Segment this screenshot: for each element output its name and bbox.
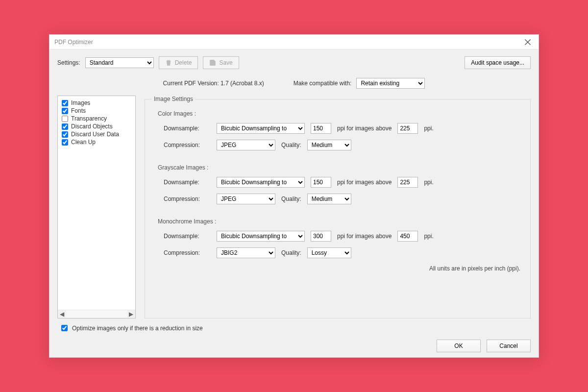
pdf-optimizer-dialog: PDF Optimizer Settings: Standard Delete … bbox=[49, 34, 539, 358]
delete-button[interactable]: Delete bbox=[159, 56, 198, 69]
above-label: ppi for images above bbox=[337, 179, 392, 186]
color-above-ppi-input[interactable] bbox=[397, 123, 418, 134]
category-item-discard-objects[interactable]: Discard Objects bbox=[60, 122, 133, 130]
scroll-track[interactable] bbox=[66, 310, 127, 318]
gray-above-ppi-input[interactable] bbox=[397, 177, 418, 188]
category-check-discard-objects[interactable] bbox=[62, 123, 68, 130]
scroll-left-icon[interactable]: ◀ bbox=[58, 310, 66, 318]
category-check-discard-user-data[interactable] bbox=[62, 131, 68, 138]
version-row: Current PDF Version: 1.7 (Acrobat 8.x) M… bbox=[57, 78, 531, 89]
above-label: ppi for images above bbox=[337, 125, 392, 132]
window-title: PDF Optimizer bbox=[54, 39, 93, 46]
ppi-suffix: ppi. bbox=[424, 179, 433, 186]
color-compression-row: Compression: JPEG Quality: Medium bbox=[164, 140, 523, 150]
settings-row: Settings: Standard Delete Save Audit spa… bbox=[57, 56, 531, 69]
category-scrollbar[interactable]: ◀ ▶ bbox=[58, 310, 135, 318]
dialog-body: Images Fonts Transparency Discard Object… bbox=[57, 96, 531, 318]
color-downsample-row: Downsample: Bicubic Downsampling to ppi … bbox=[164, 123, 523, 134]
quality-label: Quality: bbox=[281, 249, 301, 256]
cancel-button[interactable]: Cancel bbox=[487, 340, 531, 352]
category-item-discard-user-data[interactable]: Discard User Data bbox=[60, 130, 133, 138]
titlebar: PDF Optimizer bbox=[49, 35, 539, 49]
save-button-label: Save bbox=[219, 59, 232, 66]
mono-above-ppi-input[interactable] bbox=[397, 231, 418, 242]
optimize-only-reduction-label: Optimize images only if there is a reduc… bbox=[72, 325, 203, 332]
category-item-transparency[interactable]: Transparency bbox=[60, 115, 133, 122]
save-icon bbox=[209, 59, 216, 66]
compression-label: Compression: bbox=[164, 196, 211, 202]
ppi-suffix: ppi. bbox=[424, 125, 433, 132]
mono-downsample-row: Downsample: Bicubic Downsampling to ppi … bbox=[164, 231, 523, 242]
gray-compression-row: Compression: JPEG Quality: Medium bbox=[164, 194, 523, 204]
color-compression-select[interactable]: JPEG bbox=[217, 140, 275, 150]
color-downsample-select[interactable]: Bicubic Downsampling to bbox=[217, 123, 305, 134]
save-button[interactable]: Save bbox=[203, 56, 239, 69]
category-item-images[interactable]: Images bbox=[60, 99, 133, 107]
mono-quality-select[interactable]: Lossy bbox=[307, 247, 351, 258]
dialog-content: Settings: Standard Delete Save Audit spa… bbox=[49, 49, 539, 357]
ppi-suffix: ppi. bbox=[424, 233, 433, 240]
category-label: Discard User Data bbox=[71, 131, 119, 138]
svg-rect-5 bbox=[211, 63, 215, 65]
category-label: Discard Objects bbox=[71, 123, 113, 130]
category-label: Clean Up bbox=[71, 139, 96, 146]
downsample-label: Downsample: bbox=[164, 179, 211, 186]
gray-compression-select[interactable]: JPEG bbox=[217, 194, 275, 204]
svg-rect-4 bbox=[212, 60, 214, 62]
compression-label: Compression: bbox=[164, 249, 211, 256]
panel-legend: Image Settings bbox=[152, 96, 195, 102]
mono-compression-select[interactable]: JBIG2 bbox=[217, 247, 275, 258]
image-settings-panel: Image Settings Color Images : Downsample… bbox=[145, 96, 531, 318]
above-label: ppi for images above bbox=[337, 233, 392, 240]
quality-label: Quality: bbox=[281, 142, 301, 148]
mono-ppi-input[interactable] bbox=[311, 231, 331, 242]
grayscale-images-title: Grayscale Images : bbox=[158, 164, 523, 171]
close-button[interactable] bbox=[517, 35, 539, 49]
audit-space-button[interactable]: Audit space usage... bbox=[465, 56, 531, 69]
category-label: Transparency bbox=[71, 115, 107, 122]
dialog-footer: OK Cancel bbox=[57, 333, 531, 352]
optimize-only-reduction-input[interactable] bbox=[61, 325, 68, 331]
gray-quality-select[interactable]: Medium bbox=[307, 194, 351, 204]
ok-button[interactable]: OK bbox=[437, 340, 481, 352]
gray-downsample-row: Downsample: Bicubic Downsampling to ppi … bbox=[164, 177, 523, 188]
color-quality-select[interactable]: Medium bbox=[307, 140, 351, 150]
mono-downsample-select[interactable]: Bicubic Downsampling to bbox=[217, 231, 305, 242]
ok-button-label: OK bbox=[454, 343, 463, 349]
category-label: Images bbox=[71, 99, 90, 106]
monochrome-images-title: Monochrome Images : bbox=[158, 218, 523, 225]
category-check-fonts[interactable] bbox=[62, 108, 68, 114]
downsample-label: Downsample: bbox=[164, 233, 211, 240]
category-item-fonts[interactable]: Fonts bbox=[60, 107, 133, 115]
compression-label: Compression: bbox=[164, 142, 211, 148]
quality-label: Quality: bbox=[281, 196, 301, 202]
compat-select[interactable]: Retain existing bbox=[356, 78, 425, 89]
gray-ppi-input[interactable] bbox=[311, 177, 331, 188]
category-check-transparency[interactable] bbox=[62, 116, 68, 122]
compat-group: Make compatible with: Retain existing bbox=[294, 78, 425, 89]
category-item-clean-up[interactable]: Clean Up bbox=[60, 138, 133, 146]
trash-icon bbox=[165, 59, 172, 66]
mono-compression-row: Compression: JBIG2 Quality: Lossy bbox=[164, 247, 523, 258]
cancel-button-label: Cancel bbox=[499, 343, 517, 349]
current-version: Current PDF Version: 1.7 (Acrobat 8.x) bbox=[163, 80, 264, 87]
gray-downsample-select[interactable]: Bicubic Downsampling to bbox=[217, 177, 305, 188]
settings-label: Settings: bbox=[57, 59, 80, 66]
category-check-clean-up[interactable] bbox=[62, 139, 68, 146]
category-label: Fonts bbox=[71, 107, 86, 114]
color-ppi-input[interactable] bbox=[311, 123, 331, 134]
optimize-only-reduction-checkbox[interactable]: Optimize images only if there is a reduc… bbox=[59, 323, 531, 333]
settings-select[interactable]: Standard bbox=[85, 57, 154, 68]
downsample-label: Downsample: bbox=[164, 125, 211, 132]
color-images-title: Color Images : bbox=[158, 110, 523, 117]
audit-space-label: Audit space usage... bbox=[471, 59, 524, 66]
scroll-right-icon[interactable]: ▶ bbox=[127, 310, 135, 318]
delete-button-label: Delete bbox=[175, 59, 192, 66]
close-icon bbox=[524, 39, 531, 46]
units-note: All units are in pixels per inch (ppi). bbox=[152, 265, 520, 272]
category-check-images[interactable] bbox=[62, 100, 68, 106]
compat-label: Make compatible with: bbox=[294, 80, 352, 87]
category-list: Images Fonts Transparency Discard Object… bbox=[57, 96, 136, 318]
